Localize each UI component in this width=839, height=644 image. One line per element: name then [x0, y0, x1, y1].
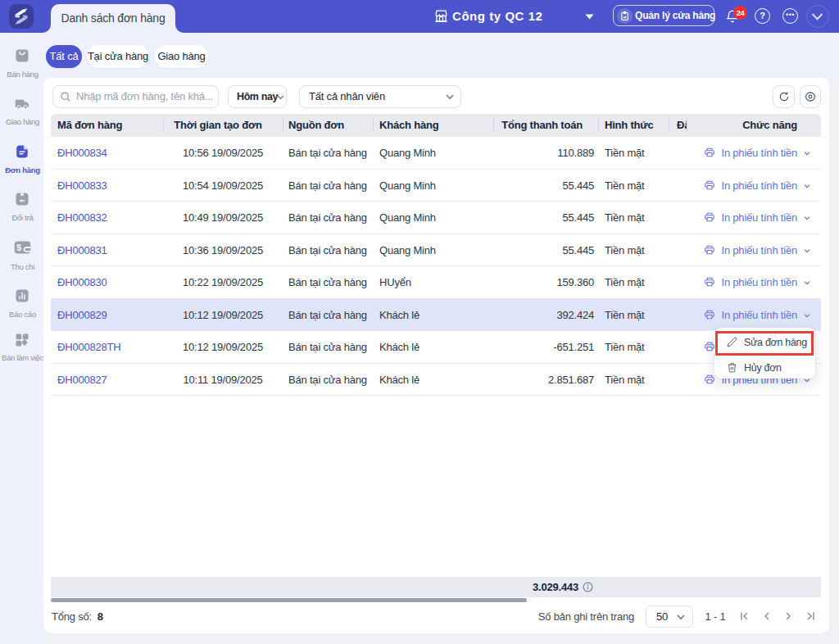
svg-text:$: $ [16, 243, 22, 252]
